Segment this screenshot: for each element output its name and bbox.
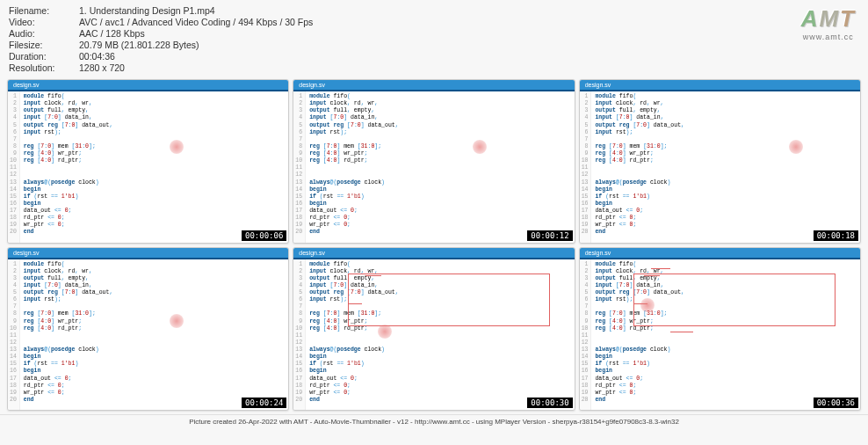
duration-label: Duration:: [9, 51, 79, 62]
thumbnail: design.sv1234567891011121314151617181920…: [579, 247, 861, 412]
line-numbers: 1234567891011121314151617181920: [580, 91, 592, 244]
line-numbers: 1234567891011121314151617181920: [580, 259, 592, 412]
thumbnail: design.sv1234567891011121314151617181920…: [7, 79, 289, 244]
editor-tab: design.sv: [580, 248, 860, 259]
video-value: AVC / avc1 / Advanced Video Coding / 494…: [79, 17, 313, 27]
line-numbers: 1234567891011121314151617181920: [8, 91, 20, 244]
timestamp: 00:00:36: [814, 398, 858, 408]
timestamp: 00:00:12: [527, 230, 572, 241]
thumbnail: design.sv1234567891011121314151617181920…: [293, 247, 575, 412]
timestamp: 00:00:24: [242, 398, 286, 408]
code-area: module fifo(input clock, rd, wr,output f…: [20, 259, 289, 412]
amt-logo: AMT www.amt.cc: [801, 5, 856, 41]
resolution-label: Resolution:: [9, 62, 79, 73]
editor-tab: design.sv: [8, 248, 288, 259]
code-area: module fifo(input clock, rd, wr,output f…: [306, 91, 575, 244]
editor-tab: design.sv: [293, 248, 574, 259]
info-header: Filename:1. Understanding Design P1.mp4 …: [0, 0, 868, 76]
code-area: module fifo(input clock, rd, wr,output f…: [20, 91, 289, 244]
footer-text: Picture created 26-Apr-2022 with AMT - A…: [0, 414, 868, 428]
timestamp: 00:00:18: [814, 230, 858, 241]
thumbnail-grid: design.sv1234567891011121314151617181920…: [0, 76, 868, 414]
duration-value: 00:04:36: [79, 51, 115, 62]
editor-tab: design.sv: [580, 80, 860, 91]
editor-tab: design.sv: [8, 80, 288, 91]
filesize-label: Filesize:: [9, 40, 79, 50]
line-numbers: 1234567891011121314151617181920: [8, 259, 20, 412]
video-label: Video:: [9, 17, 79, 27]
audio-value: AAC / 128 Kbps: [79, 28, 145, 39]
code-area: module fifo(input clock, rd, wr,output f…: [306, 259, 575, 412]
filename-label: Filename:: [9, 5, 79, 16]
logo-url: www.amt.cc: [801, 33, 856, 41]
line-numbers: 1234567891011121314151617181920: [293, 91, 306, 244]
code-area: module fifo(input clock, rd, wr,output f…: [591, 91, 860, 244]
editor-tab: design.sv: [293, 80, 574, 91]
code-area: module fifo(input clock, rd, wr,output f…: [591, 259, 860, 412]
timestamp: 00:00:30: [527, 398, 572, 408]
audio-label: Audio:: [9, 28, 79, 39]
thumbnail: design.sv1234567891011121314151617181920…: [293, 79, 575, 244]
thumbnail: design.sv1234567891011121314151617181920…: [579, 79, 861, 244]
filename-value: 1. Understanding Design P1.mp4: [79, 5, 215, 16]
thumbnail: design.sv1234567891011121314151617181920…: [7, 247, 289, 412]
line-numbers: 1234567891011121314151617181920: [293, 259, 306, 412]
timestamp: 00:00:06: [242, 230, 286, 241]
resolution-value: 1280 x 720: [79, 62, 125, 73]
filesize-value: 20.79 MB (21.801.228 Bytes): [79, 40, 199, 50]
